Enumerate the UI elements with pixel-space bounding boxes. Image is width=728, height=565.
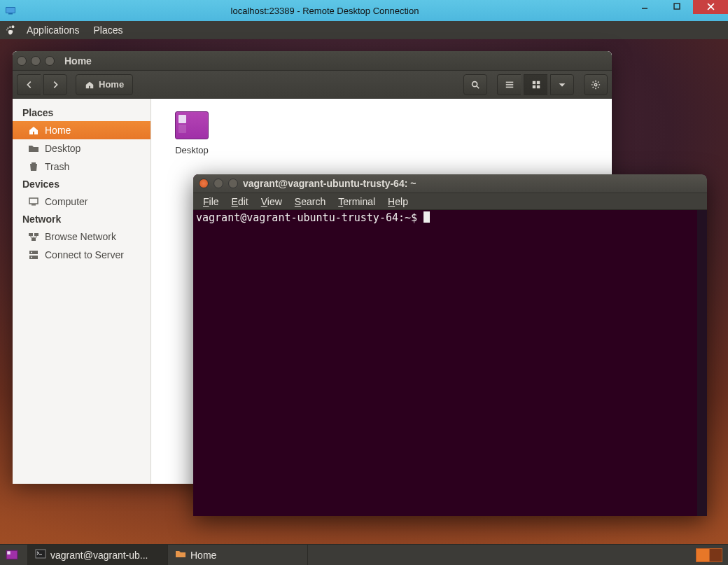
sidebar-item-computer[interactable]: Computer (13, 193, 150, 211)
svg-point-20 (594, 83, 597, 86)
svg-rect-22 (31, 204, 36, 206)
breadcrumb-home[interactable]: Home (76, 74, 133, 95)
breadcrumb-home-label: Home (99, 79, 124, 90)
nautilus-titlebar[interactable]: Home (13, 51, 612, 71)
folder-task-icon (175, 548, 186, 561)
terminal-prompt: vagrant@vagrant-ubuntu-trusty-64:~$ (196, 211, 424, 224)
svg-rect-4 (674, 4, 680, 9)
sidebar-heading-devices: Devices (13, 176, 150, 193)
gnome-menu-places[interactable]: Places (87, 21, 130, 39)
folder-icon (28, 143, 39, 154)
remote-desktop-area: Applications Places Home Home (0, 21, 728, 565)
gnome-top-panel: Applications Places (0, 21, 728, 39)
svg-rect-27 (29, 256, 38, 259)
svg-rect-31 (7, 551, 10, 554)
svg-point-8 (9, 26, 10, 27)
svg-point-10 (6, 29, 8, 31)
gnome-logo-icon[interactable] (4, 24, 17, 36)
sidebar-item-label: Browse Network (45, 231, 116, 242)
file-item-label: Desktop (164, 145, 220, 155)
terminal-close-button[interactable] (199, 179, 209, 188)
view-list-button[interactable] (497, 74, 521, 95)
svg-rect-16 (532, 81, 535, 83)
sidebar-item-label: Computer (45, 196, 88, 207)
nav-back-button[interactable] (17, 74, 41, 95)
workspace-1[interactable] (696, 549, 710, 561)
panel-show-desktop[interactable] (0, 545, 28, 565)
rdp-app-icon (0, 5, 21, 16)
panel-task-label: vagrant@vagrant-ub... (50, 550, 148, 561)
nautilus-window-title: Home (64, 55, 92, 67)
terminal-minimize-button[interactable] (214, 179, 223, 188)
terminal-scrollbar[interactable] (697, 210, 707, 516)
panel-task-label: Home (190, 550, 216, 561)
svg-rect-19 (536, 85, 539, 88)
svg-point-9 (7, 27, 8, 29)
sidebar-item-home[interactable]: Home (13, 121, 150, 139)
gnome-menu-applications[interactable]: Applications (20, 21, 87, 39)
search-button[interactable] (463, 74, 487, 95)
terminal-menu-search[interactable]: Search (289, 195, 331, 209)
rdp-close-button[interactable] (693, 0, 728, 14)
terminal-window: vagrant@vagrant-ubuntu-trusty-64: ~ File… (193, 174, 707, 516)
svg-rect-17 (536, 81, 539, 83)
terminal-task-icon (35, 548, 46, 561)
rdp-titlebar: localhost:23389 - Remote Desktop Connect… (0, 0, 728, 21)
rdp-window-title: localhost:23389 - Remote Desktop Connect… (21, 6, 629, 16)
network-icon (28, 231, 39, 242)
svg-rect-26 (29, 251, 38, 254)
nautilus-sidebar: Places Home Desktop Trash Devices Comput… (13, 99, 151, 484)
svg-rect-15 (505, 86, 513, 88)
terminal-menu-view[interactable]: View (255, 195, 288, 209)
svg-rect-14 (505, 84, 513, 85)
sidebar-item-label: Desktop (45, 143, 80, 154)
view-options-dropdown[interactable] (550, 74, 574, 95)
trash-icon (28, 161, 39, 172)
sidebar-heading-network: Network (13, 211, 150, 228)
sidebar-item-label: Trash (45, 161, 69, 172)
svg-line-12 (477, 85, 479, 88)
desktop-folder-icon (175, 111, 209, 139)
panel-task-terminal[interactable]: vagrant@vagrant-ub... (28, 545, 168, 565)
file-item-desktop[interactable]: Desktop (164, 111, 220, 155)
terminal-menu-edit[interactable]: Edit (226, 195, 254, 209)
terminal-menu-terminal[interactable]: Terminal (332, 195, 381, 209)
sidebar-item-label: Connect to Server (45, 249, 124, 260)
gnome-bottom-panel: vagrant@vagrant-ub... Home (0, 544, 728, 565)
sidebar-item-browse-network[interactable]: Browse Network (13, 228, 150, 246)
nautilus-minimize-button[interactable] (31, 56, 41, 66)
sidebar-heading-places: Places (13, 104, 150, 121)
view-grid-button[interactable] (524, 74, 547, 95)
home-icon (28, 125, 39, 136)
svg-point-7 (11, 25, 14, 28)
terminal-body[interactable]: vagrant@vagrant-ubuntu-trusty-64:~$ (193, 210, 707, 516)
svg-rect-32 (36, 550, 46, 558)
svg-rect-23 (29, 233, 33, 236)
svg-rect-13 (505, 81, 513, 83)
rdp-maximize-button[interactable] (661, 0, 693, 14)
terminal-cursor (424, 211, 430, 223)
svg-rect-24 (34, 233, 38, 236)
terminal-menu-file[interactable]: File (197, 195, 225, 209)
svg-point-29 (31, 257, 32, 258)
settings-gear-button[interactable] (584, 74, 608, 95)
workspace-switcher[interactable] (696, 548, 722, 562)
terminal-titlebar[interactable]: vagrant@vagrant-ubuntu-trusty-64: ~ (193, 174, 707, 193)
nautilus-toolbar: Home (13, 71, 612, 99)
sidebar-item-trash[interactable]: Trash (13, 158, 150, 176)
nautilus-maximize-button[interactable] (45, 56, 55, 66)
nautilus-close-button[interactable] (17, 56, 27, 66)
svg-rect-2 (8, 13, 13, 15)
sidebar-item-label: Home (45, 125, 71, 136)
rdp-minimize-button[interactable] (629, 0, 661, 14)
panel-task-home[interactable]: Home (168, 545, 308, 565)
workspace-2[interactable] (710, 549, 722, 561)
sidebar-item-connect-server[interactable]: Connect to Server (13, 246, 150, 264)
sidebar-item-desktop[interactable]: Desktop (13, 139, 150, 158)
terminal-menu-help[interactable]: Help (382, 195, 414, 209)
svg-point-11 (472, 81, 477, 86)
nav-forward-button[interactable] (43, 74, 67, 95)
terminal-maximize-button[interactable] (228, 179, 238, 188)
computer-icon (28, 196, 39, 207)
terminal-menubar: File Edit View Search Terminal Help (193, 193, 707, 210)
